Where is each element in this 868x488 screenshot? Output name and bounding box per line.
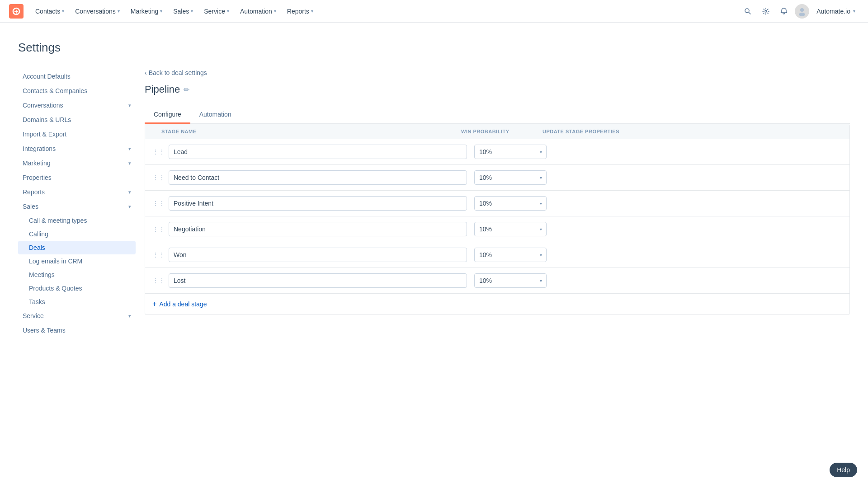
svg-point-2 [765,10,767,12]
conversations-expand-icon: ▾ [128,103,131,108]
content-area: Account Defaults Contacts & Companies Co… [18,69,850,338]
nav-reports[interactable]: Reports ▾ [283,5,318,18]
drag-handle-icon[interactable]: ⋮⋮ [152,277,165,284]
stage-name-input-3[interactable] [169,222,467,236]
sidebar-subitem-meetings[interactable]: Meetings [18,268,136,282]
sidebar-item-conversations[interactable]: Conversations ▾ [18,98,136,113]
table-row: ⋮⋮ 10%20%30%40%50%60%70%80%90%100% ▾ [145,268,849,294]
topnav: Contacts ▾ Conversations ▾ Marketing ▾ S… [0,0,868,23]
edit-pipeline-icon[interactable]: ✏ [184,85,189,94]
table-row: ⋮⋮ 10%20%30%40%50%60%70%80%90%100% ▾ [145,242,849,268]
prob-select-0[interactable]: 10%20%30%40%50%60%70%80%90%100% [474,145,547,159]
reports-caret: ▾ [311,9,313,14]
col-update-header: UPDATE STAGE PROPERTIES [542,129,842,134]
tab-automation[interactable]: Automation [190,106,241,124]
sidebar-item-integrations[interactable]: Integrations ▾ [18,141,136,156]
prob-select-5[interactable]: 10%20%30%40%50%60%70%80%90%100% [474,273,547,288]
prob-select-2[interactable]: 10%20%30%40%50%60%70%80%90%100% [474,196,547,211]
sidebar-item-reports[interactable]: Reports ▾ [18,185,136,199]
integrations-expand-icon: ▾ [128,146,131,152]
sidebar-item-sales[interactable]: Sales ▾ [18,199,136,214]
nav-marketing[interactable]: Marketing ▾ [126,5,167,18]
add-stage-plus-icon: + [152,300,156,308]
marketing-caret: ▾ [160,9,162,14]
panel-title-area: Pipeline ✏ [145,84,850,95]
sales-caret: ▾ [191,9,193,14]
settings-button[interactable] [759,4,773,19]
nav-sales[interactable]: Sales ▾ [169,5,198,18]
service-expand-icon: ▾ [128,313,131,319]
sidebar-subitem-call-meeting-types[interactable]: Call & meeting types [18,214,136,227]
prob-select-wrap-0: 10%20%30%40%50%60%70%80%90%100% ▾ [474,145,547,159]
user-caret-icon: ▾ [853,9,855,14]
stage-name-input-4[interactable] [169,248,467,262]
table-row: ⋮⋮ 10%20%30%40%50%60%70%80%90%100% ▾ [145,165,849,191]
reports-expand-icon: ▾ [128,189,131,195]
sidebar-item-import-export[interactable]: Import & Export [18,127,136,141]
sidebar-item-account-defaults[interactable]: Account Defaults [18,69,136,84]
notifications-button[interactable] [777,4,791,19]
sidebar-item-service[interactable]: Service ▾ [18,309,136,323]
col-win-prob-header: WIN PROBABILITY [461,129,542,134]
main-panel: ‹ Back to deal settings Pipeline ✏ Confi… [145,69,850,338]
nav-automation[interactable]: Automation ▾ [236,5,281,18]
col-stage-name-header: STAGE NAME [152,129,461,134]
pipeline-table: STAGE NAME WIN PROBABILITY UPDATE STAGE … [145,124,850,315]
automation-caret: ▾ [274,9,276,14]
drag-handle-icon[interactable]: ⋮⋮ [152,225,165,233]
sidebar-item-contacts-companies[interactable]: Contacts & Companies [18,84,136,98]
stage-name-input-2[interactable] [169,196,467,211]
sidebar-item-users-teams[interactable]: Users & Teams [18,323,136,338]
page-wrap: Settings Account Defaults Contacts & Com… [0,23,868,356]
svg-line-1 [749,12,751,14]
stage-name-input-0[interactable] [169,145,467,159]
service-caret: ▾ [227,9,229,14]
table-row: ⋮⋮ 10%20%30%40%50%60%70%80%90%100% ▾ [145,216,849,242]
sidebar: Account Defaults Contacts & Companies Co… [18,69,145,338]
user-menu-button[interactable]: Automate.io ▾ [813,6,859,17]
nav-service[interactable]: Service ▾ [199,5,234,18]
conversations-caret: ▾ [118,9,120,14]
drag-handle-icon[interactable]: ⋮⋮ [152,200,165,207]
back-arrow-icon: ‹ [145,69,147,76]
stage-name-input-1[interactable] [169,170,467,185]
sidebar-subitem-log-emails[interactable]: Log emails in CRM [18,254,136,268]
prob-select-4[interactable]: 10%20%30%40%50%60%70%80%90%100% [474,248,547,262]
sidebar-item-marketing[interactable]: Marketing ▾ [18,156,136,170]
sidebar-subitem-tasks[interactable]: Tasks [18,295,136,309]
topnav-links: Contacts ▾ Conversations ▾ Marketing ▾ S… [31,5,741,18]
drag-handle-icon[interactable]: ⋮⋮ [152,174,165,181]
prob-select-wrap-4: 10%20%30%40%50%60%70%80%90%100% ▾ [474,248,547,262]
sidebar-item-domains-urls[interactable]: Domains & URLs [18,113,136,127]
prob-select-1[interactable]: 10%20%30%40%50%60%70%80%90%100% [474,170,547,185]
drag-handle-icon[interactable]: ⋮⋮ [152,251,165,258]
search-button[interactable] [741,4,755,19]
panel-title-text: Pipeline [145,84,180,95]
add-deal-stage-button[interactable]: + Add a deal stage [145,294,214,314]
drag-handle-icon[interactable]: ⋮⋮ [152,148,165,155]
hubspot-logo[interactable] [9,4,24,19]
nav-contacts[interactable]: Contacts ▾ [31,5,69,18]
prob-select-3[interactable]: 10%20%30%40%50%60%70%80%90%100% [474,222,547,236]
avatar [795,4,809,19]
topnav-right: Automate.io ▾ [741,4,859,19]
contacts-caret: ▾ [62,9,64,14]
nav-conversations[interactable]: Conversations ▾ [71,5,124,18]
prob-select-wrap-3: 10%20%30%40%50%60%70%80%90%100% ▾ [474,222,547,236]
marketing-expand-icon: ▾ [128,160,131,166]
sidebar-subitem-deals[interactable]: Deals [18,241,136,254]
prob-select-wrap-2: 10%20%30%40%50%60%70%80%90%100% ▾ [474,196,547,211]
prob-select-wrap-1: 10%20%30%40%50%60%70%80%90%100% ▾ [474,170,547,185]
stage-name-input-5[interactable] [169,273,467,288]
table-row: ⋮⋮ 10%20%30%40%50%60%70%80%90%100% ▾ [145,139,849,165]
sidebar-subitem-products-quotes[interactable]: Products & Quotes [18,282,136,295]
sidebar-item-properties[interactable]: Properties [18,170,136,185]
table-row: ⋮⋮ 10%20%30%40%50%60%70%80%90%100% ▾ [145,191,849,216]
prob-select-wrap-5: 10%20%30%40%50%60%70%80%90%100% ▾ [474,273,547,288]
sales-expand-icon: ▾ [128,204,131,210]
tab-configure[interactable]: Configure [145,106,190,124]
back-link[interactable]: ‹ Back to deal settings [145,69,207,76]
svg-point-3 [800,8,804,12]
sidebar-subitem-calling[interactable]: Calling [18,227,136,241]
svg-point-0 [745,9,749,13]
